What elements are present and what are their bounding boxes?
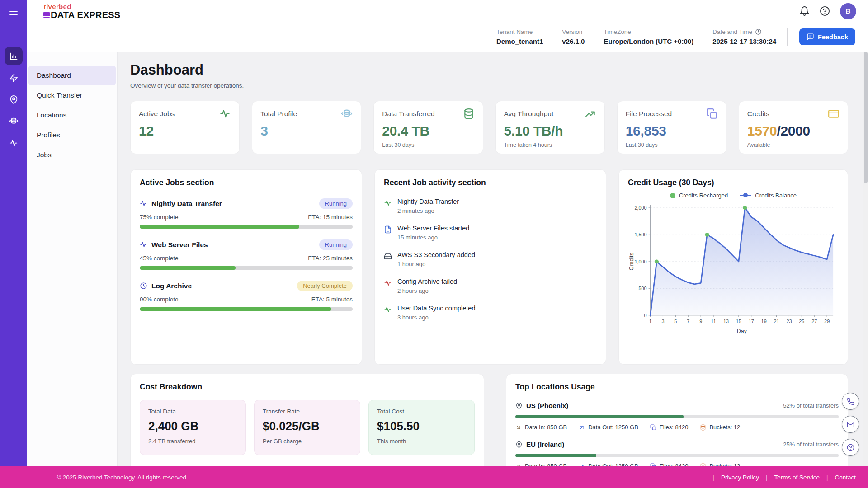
footer-link[interactable]: Contact — [820, 474, 856, 481]
location-stat: Files: 8420 — [650, 424, 689, 431]
location-stat-icon — [579, 463, 585, 467]
svg-text:0: 0 — [644, 313, 647, 318]
cost-card-value: $0.025/GB — [263, 419, 352, 433]
job-progress-fill — [140, 266, 236, 270]
location-stat-label: Files: 8420 — [660, 424, 689, 431]
job-progress-bar — [140, 266, 353, 270]
job-progress-fill — [140, 307, 331, 311]
location-stat: Buckets: 12 — [700, 463, 740, 466]
help-icon[interactable] — [820, 6, 830, 16]
rail-item[interactable] — [5, 134, 23, 152]
job-eta: ETA: 15 minutes — [308, 214, 353, 221]
job-progress-fill — [140, 225, 299, 229]
floating-action-button[interactable] — [842, 393, 859, 410]
brand-logo: riverbed DATA EXPRESS — [43, 3, 120, 19]
activity-item-title: AWS S3 Secondary added — [397, 251, 475, 258]
tenant-field: Tenant Name Demo_tenant1 — [496, 28, 543, 45]
copyright-text: © 2025 Riverbed Technology. All rights r… — [57, 474, 188, 481]
stat-card-icon — [463, 108, 475, 120]
stat-card-value: 3 — [260, 123, 353, 139]
stat-card-value: 20.4 TB — [382, 123, 474, 139]
hamburger-menu-icon[interactable] — [5, 4, 22, 20]
sidebar-menu-item-label: Jobs — [37, 151, 52, 159]
job-status-icon — [140, 241, 147, 249]
activity-item-title: Nightly Data Transfer — [397, 198, 459, 205]
active-jobs-title: Active Jobs section — [140, 178, 353, 188]
location-row: EU (Ireland) 25% of total transfers D — [515, 441, 839, 466]
activity-item-time: 1 hour ago — [397, 261, 475, 267]
svg-text:9: 9 — [699, 319, 702, 324]
scrollbar-track[interactable] — [863, 52, 868, 466]
activity-item-icon — [384, 252, 392, 260]
credit-usage-chart: 05001,0001,5002,000135791113151719212325… — [628, 202, 839, 336]
svg-text:7: 7 — [687, 319, 689, 324]
activity-item-icon — [384, 305, 392, 314]
activity-item-title: Web Server Files started — [397, 225, 469, 232]
stat-card-value-secondary: /2000 — [777, 123, 810, 138]
notifications-bell-icon[interactable] — [799, 6, 810, 16]
cost-card-sublabel: 2.4 TB transferred — [148, 438, 237, 445]
location-progress-bar — [515, 415, 839, 418]
tenant-field-label: Tenant Name — [496, 28, 533, 35]
clock-icon — [755, 28, 762, 35]
activity-item-time: 2 minutes ago — [397, 207, 459, 214]
sidebar-menu: Dashboard Quick Transfer Locations Profi… — [27, 52, 118, 466]
user-avatar[interactable]: B — [840, 3, 856, 19]
activity-item: Web Server Files started 15 minutes ago — [384, 225, 597, 241]
floating-action-button[interactable] — [842, 416, 859, 433]
job-eta: ETA: 25 minutes — [308, 255, 353, 262]
tenant-field-label: Version — [562, 28, 582, 35]
svg-text:13: 13 — [723, 319, 729, 324]
stat-card: Total Profile 3 — [252, 101, 361, 154]
legend-label: Credits Balance — [755, 192, 797, 199]
location-row: US (Phoenix) 52% of total transfers D — [515, 402, 839, 431]
stat-card-icon — [585, 108, 596, 120]
credit-usage-title: Credit Usage (30 Days) — [628, 178, 839, 188]
location-name: US (Phoenix) — [526, 402, 783, 409]
map-pin-icon — [515, 441, 523, 448]
location-stat: Data In: 850 GB — [515, 463, 567, 466]
footer-link[interactable]: Privacy Policy — [706, 474, 759, 481]
location-stat-label: Files: 8420 — [660, 463, 689, 466]
stat-card: Active Jobs 12 — [130, 101, 240, 154]
brand-logo-mark — [43, 12, 50, 18]
recent-activity-panel: Recent Job activity section Nightly Data… — [374, 169, 606, 365]
tenant-field-value: 2025-12-17 13:30:24 — [712, 38, 776, 45]
rail-item[interactable] — [5, 90, 23, 108]
sidebar-menu-item[interactable]: Jobs — [28, 145, 116, 165]
scrollbar-thumb[interactable] — [864, 52, 868, 183]
stat-card-value: 1570/2000 — [747, 123, 840, 139]
stat-card-icon — [341, 108, 353, 120]
location-progress-fill — [515, 454, 596, 457]
activity-item-title: Config Archive failed — [397, 278, 457, 285]
stat-card: Data Transferred 20.4 TB Last 30 days — [373, 101, 483, 154]
job-name: Nightly Data Transfer — [151, 200, 319, 208]
sidebar-menu-item[interactable]: Profiles — [28, 125, 116, 145]
floating-action-button[interactable] — [842, 439, 859, 456]
divider — [787, 28, 788, 46]
footer-link[interactable]: Terms of Service — [759, 474, 820, 481]
sidebar-menu-item-label: Profiles — [37, 131, 60, 139]
sidebar-menu-item[interactable]: Quick Transfer — [28, 85, 116, 105]
feedback-button[interactable]: Feedback — [799, 28, 855, 45]
svg-text:23: 23 — [786, 319, 792, 324]
rail-item[interactable] — [5, 69, 23, 87]
active-jobs-panel: Active Jobs section Nightly Data Transfe… — [130, 169, 362, 365]
location-stat-label: Data Out: 1250 GB — [588, 424, 638, 431]
job-status-icon — [140, 200, 147, 207]
cost-card-label: Total Data — [148, 408, 237, 415]
stat-card-sublabel: Last 30 days — [626, 142, 718, 148]
legend-swatch — [670, 193, 675, 198]
job-status-icon — [140, 282, 147, 290]
stat-card: Avg Throughput 5.10 TB/h Time taken 4 ho… — [495, 101, 605, 154]
svg-text:1: 1 — [649, 319, 652, 324]
job-percent-complete: 75% complete — [140, 214, 179, 221]
rail-item[interactable] — [5, 112, 23, 130]
sidebar-menu-item[interactable]: Dashboard — [28, 66, 116, 85]
tenant-info-bar: Tenant Name Demo_tenant1 Version v26.1.0… — [27, 22, 868, 52]
location-stat: Data Out: 1250 GB — [579, 424, 638, 431]
cost-card: Total Data 2,400 GB 2.4 TB transferred — [140, 400, 246, 455]
sidebar-menu-item[interactable]: Locations — [28, 105, 116, 125]
location-progress-bar — [515, 454, 839, 457]
rail-item[interactable] — [5, 47, 23, 65]
